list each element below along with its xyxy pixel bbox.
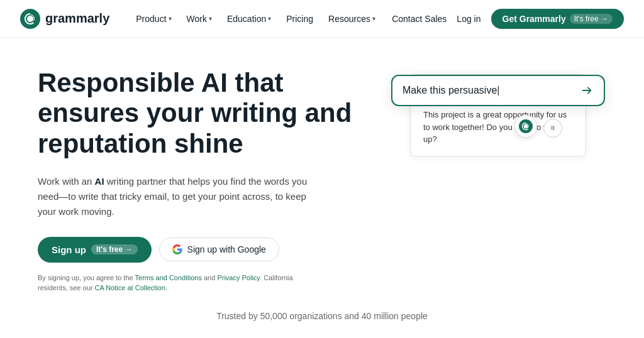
nav-links: Product ▾ Work ▾ Education ▾ Pricing Res… <box>130 10 392 28</box>
terms-link[interactable]: Terms and Conditions <box>135 274 202 281</box>
signup-label: Sign up <box>52 244 86 255</box>
ca-notice-link[interactable]: CA Notice at Collection <box>95 284 166 292</box>
cta-free-label: It's free → <box>570 14 613 24</box>
pause-button[interactable]: ⏸ <box>543 119 562 138</box>
grammarly-badge <box>514 115 537 138</box>
send-button[interactable] <box>580 84 594 97</box>
hero-right: This project is a great opportunity for … <box>390 68 606 156</box>
logo[interactable]: grammarly <box>20 9 109 29</box>
google-signup-label: Sign up with Google <box>187 244 266 254</box>
cursor: | <box>497 85 499 95</box>
hero-subtext: Work with an AI writing partner that hel… <box>38 174 327 219</box>
trusted-section: Trusted by 50,000 organizations and 40 m… <box>0 293 644 321</box>
nav-product[interactable]: Product ▾ <box>130 10 177 28</box>
nav-education[interactable]: Education ▾ <box>221 10 277 28</box>
google-signup-button[interactable]: Sign up with Google <box>159 237 279 261</box>
privacy-link[interactable]: Privacy Policy <box>217 274 260 281</box>
hero-section: Responsible AI that ensures your writing… <box>0 38 644 293</box>
grammarly-logo-icon <box>519 119 533 133</box>
prompt-input-box[interactable]: Make this persuasive| <box>391 75 605 106</box>
terms-text: By signing up, you agree to the Terms an… <box>38 273 302 293</box>
get-grammarly-label: Get Grammarly <box>502 14 566 24</box>
logo-text: grammarly <box>45 11 109 26</box>
work-chevron-icon: ▾ <box>209 15 212 22</box>
signup-free-tag: It's free → <box>91 244 138 254</box>
send-icon <box>580 84 594 97</box>
product-chevron-icon: ▾ <box>169 15 172 22</box>
nav-work[interactable]: Work ▾ <box>180 10 218 28</box>
hero-left: Responsible AI that ensures your writing… <box>38 68 352 293</box>
hero-headline: Responsible AI that ensures your writing… <box>38 68 352 159</box>
get-grammarly-button[interactable]: Get Grammarly It's free → <box>491 9 624 29</box>
login-link[interactable]: Log in <box>457 14 480 24</box>
contact-sales-link[interactable]: Contact Sales <box>392 14 447 24</box>
education-chevron-icon: ▾ <box>268 15 271 22</box>
cta-row: Sign up It's free → Sign up with Google <box>38 237 352 263</box>
pause-icon: ⏸ <box>550 124 556 131</box>
signup-button[interactable]: Sign up It's free → <box>38 237 152 263</box>
nav-pricing[interactable]: Pricing <box>280 10 319 28</box>
resources-chevron-icon: ▾ <box>372 15 375 22</box>
prompt-text: Make this persuasive| <box>402 85 575 96</box>
nav-right: Contact Sales Log in Get Grammarly It's … <box>392 9 624 29</box>
trusted-text: Trusted by 50,000 organizations and 40 m… <box>216 311 428 321</box>
nav-resources[interactable]: Resources ▾ <box>322 10 382 28</box>
navbar: grammarly Product ▾ Work ▾ Education ▾ P… <box>0 0 644 38</box>
google-icon <box>172 244 182 254</box>
